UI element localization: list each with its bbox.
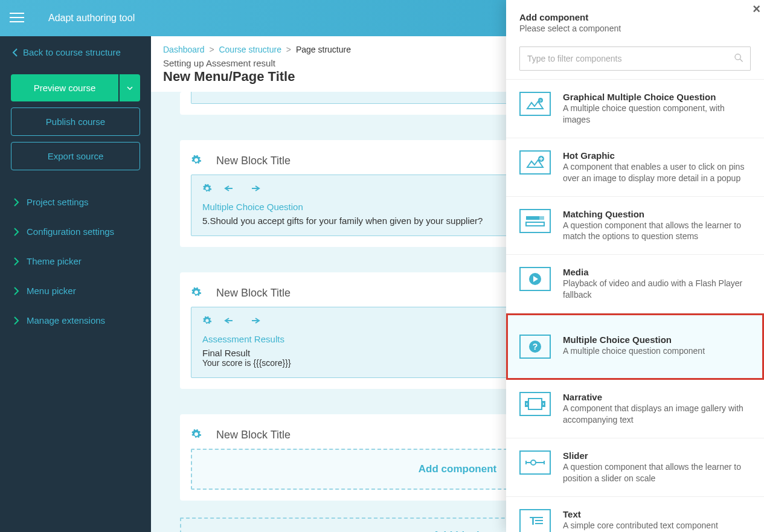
slider-icon: [519, 450, 551, 475]
component-settings-icon[interactable]: [202, 316, 212, 325]
export-source-button[interactable]: Export source: [11, 142, 140, 170]
component-item-title: Slider: [563, 450, 751, 461]
component-item-title: Hot Graphic: [563, 150, 751, 161]
sidebar-item-label: Project settings: [27, 197, 89, 207]
back-label: Back to course structure: [23, 47, 121, 57]
component-item-desc: A component that displays an image galle…: [563, 403, 751, 426]
sidebar-item-theme-picker[interactable]: Theme picker: [0, 246, 151, 276]
svg-point-3: [735, 54, 740, 60]
component-item-matching[interactable]: Matching QuestionA question component th…: [506, 197, 764, 255]
block-settings-icon[interactable]: [191, 429, 202, 441]
panel-subtitle: Please select a component: [519, 24, 751, 33]
svg-text:?: ?: [533, 342, 538, 351]
component-item-desc: A component that enables a user to click…: [563, 161, 751, 184]
component-item-desc: A simple core contributed text component: [563, 520, 718, 531]
arrow-right-icon[interactable]: [248, 185, 260, 191]
close-panel-icon[interactable]: ×: [753, 1, 760, 17]
panel-title: Add component: [519, 12, 751, 22]
hotgraphic-icon: [519, 150, 551, 175]
back-to-course-link[interactable]: Back to course structure: [0, 36, 151, 68]
arrow-left-icon[interactable]: [224, 318, 236, 324]
block-title: New Block Title: [216, 287, 291, 300]
block-settings-icon[interactable]: [191, 155, 202, 167]
preview-course-dropdown[interactable]: [120, 74, 140, 101]
component-item-media[interactable]: MediaPlayback of video and audio with a …: [506, 255, 764, 313]
breadcrumb-separator: >: [286, 45, 291, 54]
preview-course-button[interactable]: Preview course: [11, 74, 118, 101]
component-item-text[interactable]: TTextA simple core contributed text comp…: [506, 497, 764, 532]
chevron-down-icon: [127, 86, 133, 90]
chevron-right-icon: [13, 228, 19, 236]
sidebar-item-configuration-settings[interactable]: Configuration settings: [0, 217, 151, 246]
component-item-title: Text: [563, 509, 718, 519]
chevron-left-icon: [12, 48, 18, 57]
component-item-title: Graphical Multiple Choice Question: [563, 92, 751, 102]
breadcrumb-current: Page structure: [296, 45, 351, 54]
component-item-slider[interactable]: SliderA question component that allows t…: [506, 438, 764, 497]
arrow-right-icon[interactable]: [248, 318, 260, 324]
search-icon: [734, 53, 743, 65]
component-item-title: Matching Question: [563, 209, 751, 219]
media-icon: [519, 267, 551, 291]
sidebar-item-label: Theme picker: [27, 256, 82, 266]
gmcq-icon: ?: [519, 92, 551, 116]
sidebar-item-label: Configuration settings: [27, 226, 114, 237]
sidebar-item-project-settings[interactable]: Project settings: [0, 187, 151, 217]
sidebar-item-label: Menu picker: [27, 286, 76, 296]
component-item-desc: A question component that allows the lea…: [563, 461, 751, 484]
narrative-icon: [519, 392, 551, 416]
svg-line-4: [740, 59, 743, 62]
component-item-title: Narrative: [563, 392, 751, 402]
component-item-gmcq[interactable]: ?Graphical Multiple Choice QuestionA mul…: [506, 80, 764, 138]
mcq-icon: ?: [519, 335, 551, 359]
component-item-title: Media: [563, 267, 751, 277]
component-item-desc: A question component that allows the lea…: [563, 220, 751, 243]
add-component-panel: × Add component Please select a componen…: [506, 0, 764, 532]
sidebar-item-menu-picker[interactable]: Menu picker: [0, 276, 151, 306]
sidebar-item-manage-extensions[interactable]: Manage extensions: [0, 306, 151, 335]
breadcrumb-item[interactable]: Dashboard: [163, 45, 205, 54]
chevron-right-icon: [13, 287, 19, 295]
svg-rect-13: [526, 222, 544, 226]
text-icon: T: [519, 509, 551, 532]
chevron-right-icon: [13, 198, 19, 207]
hamburger-menu-icon[interactable]: [10, 12, 24, 25]
svg-rect-14: [539, 216, 544, 220]
component-item-hotgraphic[interactable]: Hot GraphicA component that enables a us…: [506, 138, 764, 197]
component-filter-input[interactable]: [519, 46, 751, 71]
component-settings-icon[interactable]: [202, 184, 212, 193]
breadcrumb-separator: >: [209, 45, 214, 54]
component-item-mcq[interactable]: ?Multiple Choice QuestionA multiple choi…: [506, 313, 764, 380]
matching-icon: [519, 209, 551, 233]
component-item-desc: A multiple choice question component: [563, 345, 705, 357]
component-item-desc: Playback of video and audio with a Flash…: [563, 278, 751, 301]
chevron-right-icon: [13, 257, 19, 266]
block-title: New Block Title: [216, 429, 291, 441]
svg-rect-19: [528, 399, 542, 409]
publish-course-button[interactable]: Publish course: [11, 107, 140, 136]
component-item-title: Multiple Choice Question: [563, 335, 705, 345]
block-title: New Block Title: [216, 155, 291, 167]
chevron-right-icon: [13, 316, 19, 325]
breadcrumb-item[interactable]: Course structure: [219, 45, 281, 54]
component-item-narrative[interactable]: NarrativeA component that displays an im…: [506, 380, 764, 438]
sidebar-item-label: Manage extensions: [27, 315, 105, 325]
arrow-left-icon[interactable]: [224, 185, 236, 191]
svg-point-25: [531, 460, 536, 465]
block-settings-icon[interactable]: [191, 287, 202, 300]
component-item-desc: A multiple choice question component, wi…: [563, 103, 751, 126]
